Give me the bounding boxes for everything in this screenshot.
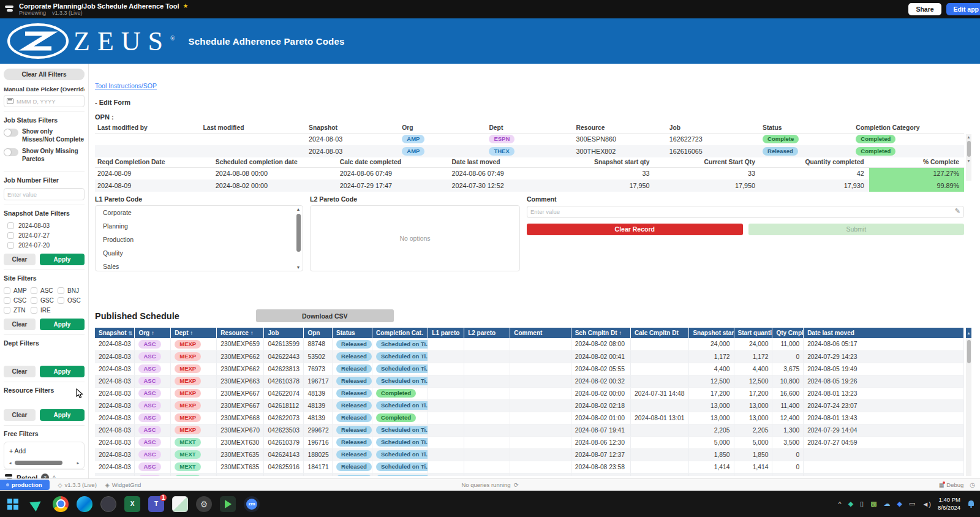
site-option[interactable]: IRE — [31, 306, 58, 315]
column-header[interactable]: Completion Cat. — [372, 328, 428, 338]
l1-pareto-option[interactable]: Sales — [96, 260, 294, 271]
tray-vpn-icon[interactable]: ◆ — [897, 500, 902, 508]
checkbox[interactable] — [4, 287, 10, 294]
share-button[interactable]: Share — [908, 3, 941, 15]
scroll-up-icon[interactable]: ▲ — [967, 134, 970, 140]
checkbox[interactable] — [7, 232, 14, 239]
column-header[interactable]: Qty Cmpl... — [772, 328, 804, 338]
table-row[interactable]: 2024-08-03ASCMEXP230MEXP6590426135998874… — [95, 338, 964, 350]
table-row[interactable]: 2024-08-03ASCMEXT230MEXT6350426241431880… — [95, 448, 964, 461]
site-option[interactable]: ZTN — [4, 306, 31, 315]
table-row[interactable]: 2024-08-03ASCMEXP230MEXP6620426224435350… — [95, 350, 964, 363]
resource-apply-button[interactable]: Apply — [40, 409, 85, 421]
tray-display-icon[interactable]: ▭ — [909, 500, 915, 508]
settings-gear-icon[interactable]: ⚙ — [196, 496, 212, 512]
table-row[interactable]: 2024-08-03ASCMEXT230MEXT6300426103791967… — [95, 436, 964, 448]
column-header[interactable]: Org ↑ — [135, 328, 171, 338]
windows-start-icon[interactable] — [5, 496, 21, 512]
table-row[interactable]: 2024-08-03ASCMEXP230MEXP6700426235032996… — [95, 424, 964, 436]
scroll-down-icon[interactable]: ▼ — [296, 265, 301, 270]
site-clear-button[interactable]: Clear — [4, 319, 36, 330]
snapshot-date-option[interactable]: 2024-08-03 — [4, 221, 85, 230]
column-header[interactable]: Dept ↑ — [171, 328, 217, 338]
checkbox[interactable] — [31, 287, 37, 294]
debug-button[interactable]: ▦Debug — [939, 481, 964, 488]
checkbox[interactable] — [7, 222, 14, 229]
column-header[interactable]: L1 pareto — [428, 328, 464, 338]
scrollbar-thumb[interactable] — [296, 214, 301, 252]
column-header[interactable]: Snapshot⇅ — [95, 328, 135, 338]
site-option[interactable]: BNJ — [58, 286, 85, 295]
column-header[interactable]: Job — [264, 328, 304, 338]
tray-capture-icon[interactable]: ▩ — [870, 500, 876, 508]
scrollbar-thumb[interactable] — [967, 141, 971, 157]
l1-pareto-option[interactable]: Production — [96, 233, 294, 246]
snapshot-apply-button[interactable]: Apply — [40, 254, 85, 265]
table-row[interactable]: 2024-08-03ASCMEXT230MEXT635ReleasedSched… — [95, 473, 964, 476]
site-option[interactable]: AMP — [4, 286, 31, 295]
history-clock-icon[interactable]: ◷ — [970, 481, 975, 488]
zoom-icon[interactable]: zm — [244, 496, 260, 512]
scrollbar-thumb[interactable] — [967, 340, 971, 363]
checkbox[interactable] — [58, 297, 64, 304]
free-filters-scrollbar[interactable]: ◂ ▸ — [9, 461, 79, 465]
resource-clear-button[interactable]: Clear — [4, 409, 36, 421]
tray-defender-icon[interactable]: ◆ — [848, 500, 853, 508]
checkbox[interactable] — [4, 297, 10, 304]
checkbox[interactable] — [58, 287, 64, 294]
dept-apply-button[interactable]: Apply — [40, 366, 85, 377]
retool-menu-icon[interactable] — [5, 6, 14, 13]
photos-icon[interactable] — [172, 496, 188, 512]
scroll-up-icon[interactable]: ▲ — [966, 328, 971, 338]
site-option[interactable]: ASC — [31, 286, 58, 295]
comment-input[interactable] — [527, 206, 964, 218]
snapshot-date-option[interactable]: 2024-07-20 — [4, 241, 85, 250]
scroll-left-icon[interactable]: ◂ — [9, 461, 12, 465]
site-apply-button[interactable]: Apply — [40, 319, 85, 330]
taskbar-clock[interactable]: 1:40 PM 8/6/2024 — [938, 496, 960, 511]
green-arrow-app-icon[interactable] — [220, 496, 236, 512]
job-number-input[interactable] — [4, 188, 85, 200]
column-header[interactable]: Status — [333, 328, 372, 338]
edge-icon[interactable] — [77, 496, 92, 512]
clear-all-filters-button[interactable]: Clear All Filters — [4, 69, 85, 80]
checkbox[interactable] — [31, 297, 37, 304]
column-header[interactable]: Comment — [510, 328, 571, 338]
download-csv-button[interactable]: Download CSV — [256, 309, 394, 322]
manual-date-input[interactable] — [4, 95, 85, 107]
site-option[interactable]: CSC — [4, 296, 31, 305]
column-header[interactable]: Opn — [304, 328, 333, 338]
column-header[interactable]: Snapshot start q... — [689, 328, 734, 338]
pinned-arrow-app-icon[interactable] — [29, 496, 45, 512]
scroll-right-icon[interactable]: ▸ — [77, 461, 79, 465]
chrome-icon[interactable] — [53, 496, 69, 512]
checkbox[interactable] — [31, 307, 37, 314]
tray-onedrive-icon[interactable]: ☁ — [884, 500, 891, 508]
snapshot-date-option[interactable]: 2024-07-27 — [4, 231, 85, 240]
column-header[interactable]: Sch Cmpltn Dt ↑ — [571, 328, 630, 338]
column-header[interactable]: L2 pareto — [464, 328, 510, 338]
table-row[interactable]: 2024-08-03ASCMEXP230MEXP6670426181124813… — [95, 399, 964, 412]
checkbox[interactable] — [4, 307, 10, 314]
tray-speaker-icon[interactable]: ◄) — [922, 500, 931, 508]
snapshot-clear-button[interactable]: Clear — [4, 254, 36, 265]
favorite-star-icon[interactable]: ★ — [183, 2, 189, 10]
scrollbar-thumb[interactable] — [15, 461, 63, 465]
table-row[interactable]: 2024-08-03ASCMEXP230MEXP6630426103781967… — [95, 375, 964, 387]
environment-pill[interactable]: production — [0, 480, 50, 490]
refresh-icon[interactable]: ⟳ — [514, 481, 519, 488]
dark-app-icon[interactable] — [100, 496, 116, 512]
tray-usb-icon[interactable]: ▯ — [860, 500, 864, 508]
table-row[interactable]: 2024-08-03ASCMEXT230MEXT6350426259161841… — [95, 461, 964, 473]
column-header[interactable]: Date last moved — [804, 328, 964, 338]
clear-record-button[interactable]: Clear Record — [527, 224, 743, 235]
add-filter-button[interactable]: + Add — [9, 447, 79, 455]
table-row[interactable]: 2024-08-03ASCMEXP230MEXP6670426220744813… — [95, 387, 964, 399]
submit-button[interactable]: Submit — [748, 224, 965, 235]
l1-pareto-option[interactable]: Corporate — [96, 206, 294, 219]
teams-icon[interactable]: T1 — [148, 496, 164, 512]
table-row[interactable]: 2024-08-03ASCMEXP230MEXP6620426238137697… — [95, 363, 964, 375]
column-header[interactable]: Calc Cmpltn Dt — [631, 328, 689, 338]
table-row[interactable]: 2024-08-03ASCMEXP230MEXP6680426220734813… — [95, 412, 964, 424]
tool-instructions-link[interactable]: Tool Instructions/SOP — [95, 82, 157, 89]
